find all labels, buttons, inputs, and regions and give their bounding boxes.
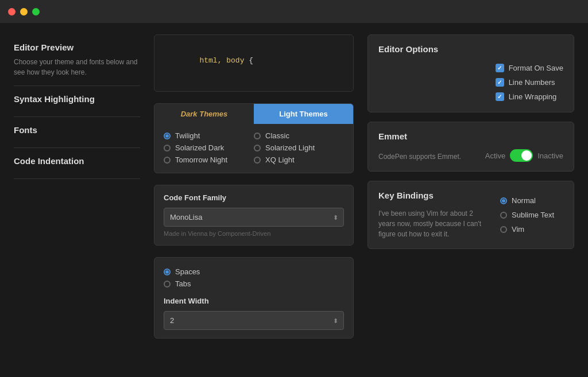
theme-item-twilight[interactable]: Twilight <box>164 130 254 142</box>
keybind-vim-label: Vim <box>512 225 524 234</box>
theme-label-xq-light: XQ Light <box>265 156 295 164</box>
code-selector: html, body <box>199 56 249 65</box>
theme-label-twilight: Twilight <box>175 131 200 140</box>
syntax-highlighting-title: Syntax Highlighting <box>14 94 140 104</box>
emmet-description: CodePen supports Emmet. <box>378 153 461 161</box>
theme-columns: Twilight Solarized Dark Tomorrow Night <box>164 130 344 166</box>
font-family-select[interactable]: MonoLisa Fira Code JetBrains Mono Source… <box>164 208 344 227</box>
active-label: Active <box>485 151 505 160</box>
format-on-save-label: Format On Save <box>509 64 563 72</box>
theme-label-solarized-dark: Solarized Dark <box>175 143 224 152</box>
radio-sublime[interactable] <box>500 212 507 219</box>
theme-item-classic[interactable]: Classic <box>254 130 344 142</box>
code-line-1: html, body { <box>164 43 344 79</box>
keybind-normal-label: Normal <box>512 196 536 205</box>
radio-normal[interactable] <box>500 197 507 204</box>
keybind-left: Key Bindings I've been using Vim for abo… <box>378 191 491 239</box>
main-content: Editor Preview Choose your theme and fon… <box>0 23 588 350</box>
font-hint: Made in Vienna by Component-Driven <box>164 230 344 237</box>
key-bindings-title: Key Bindings <box>378 191 491 200</box>
code-line-2: height: 100%; /* Full Screen */ <box>164 79 344 92</box>
line-numbers-label: Line Numbers <box>509 78 555 87</box>
indent-tabs-label: Tabs <box>175 279 191 288</box>
dark-themes-tab[interactable]: Dark Themes <box>154 104 254 124</box>
minimize-button[interactable] <box>20 8 28 15</box>
radio-tabs[interactable] <box>164 281 171 287</box>
checkbox-line-wrapping-icon <box>496 92 504 101</box>
radio-spaces[interactable] <box>164 269 171 275</box>
font-family-select-wrapper: MonoLisa Fira Code JetBrains Mono Source… <box>164 208 344 227</box>
radio-vim[interactable] <box>500 226 507 233</box>
emmet-title: Emmet <box>378 131 563 141</box>
editor-preview-section: Editor Preview Choose your theme and fon… <box>14 34 140 86</box>
indent-spaces-label: Spaces <box>175 267 200 276</box>
middle-panel: html, body { height: 100%; /* Full Scree… <box>154 34 354 339</box>
editor-preview-box: html, body { height: 100%; /* Full Scree… <box>154 34 354 92</box>
editor-preview-desc: Choose your theme and fonts below and se… <box>14 57 140 77</box>
checkbox-line-numbers-icon <box>496 78 504 87</box>
emmet-left: CodePen supports Emmet. <box>378 150 461 161</box>
theme-box: Dark Themes Light Themes Twilight Solari… <box>154 103 354 173</box>
key-bindings-section: Key Bindings I've been using Vim for abo… <box>368 181 574 249</box>
checkbox-format-icon <box>496 64 504 72</box>
theme-item-xq-light[interactable]: XQ Light <box>254 154 344 166</box>
inactive-label: Inactive <box>537 151 563 160</box>
indent-width-label: Indent Width <box>164 297 344 305</box>
editor-preview-title: Editor Preview <box>14 42 140 52</box>
editor-options-section: Editor Options Format On Save Line Numbe… <box>368 34 574 112</box>
code-indentation-title: Code Indentation <box>14 156 140 166</box>
toggle-group: Active Inactive <box>485 149 563 162</box>
checkbox-line-wrapping[interactable]: Line Wrapping <box>496 91 563 103</box>
radio-solarized-light[interactable] <box>254 145 261 151</box>
radio-twilight[interactable] <box>164 133 171 139</box>
keybind-sublime-label: Sublime Text <box>512 211 554 219</box>
right-panel: Editor Options Format On Save Line Numbe… <box>368 34 574 339</box>
radio-tomorrow-night[interactable] <box>164 157 171 164</box>
emmet-row: CodePen supports Emmet. Active Inactive <box>378 149 563 162</box>
maximize-button[interactable] <box>32 8 40 15</box>
theme-item-solarized-light[interactable]: Solarized Light <box>254 142 344 154</box>
keybind-sublime[interactable]: Sublime Text <box>500 209 563 221</box>
indent-box: Spaces Tabs Indent Width 2 4 8 ⬍ <box>154 257 354 339</box>
indent-width-select[interactable]: 2 4 8 <box>164 311 344 330</box>
theme-item-solarized-dark[interactable]: Solarized Dark <box>164 142 254 154</box>
theme-label-tomorrow-night: Tomorrow Night <box>175 156 227 164</box>
theme-tabs: Dark Themes Light Themes <box>154 104 353 124</box>
code-indentation-section: Code Indentation <box>14 148 140 179</box>
editor-options-checks: Format On Save Line Numbers Line Wrappin… <box>496 62 563 103</box>
indent-width-select-wrapper: 2 4 8 ⬍ <box>164 311 344 330</box>
titlebar <box>0 0 588 23</box>
keybind-normal[interactable]: Normal <box>500 195 563 207</box>
light-themes-col: Classic Solarized Light XQ Light <box>254 130 344 166</box>
radio-xq-light[interactable] <box>254 157 261 164</box>
font-family-label: Code Font Family <box>164 193 344 202</box>
fonts-section: Fonts <box>14 117 140 148</box>
key-bindings-desc: I've been using Vim for about 2 years no… <box>378 208 491 239</box>
theme-item-tomorrow-night[interactable]: Tomorrow Night <box>164 154 254 166</box>
editor-options-title: Editor Options <box>378 44 563 54</box>
syntax-highlighting-section: Syntax Highlighting <box>14 86 140 117</box>
editor-options-layout: Format On Save Line Numbers Line Wrappin… <box>378 62 563 103</box>
fonts-title: Fonts <box>14 125 140 135</box>
indent-spaces-row[interactable]: Spaces <box>164 266 344 278</box>
indent-tabs-row[interactable]: Tabs <box>164 278 344 290</box>
radio-solarized-dark[interactable] <box>164 145 171 151</box>
close-button[interactable] <box>8 8 16 15</box>
light-themes-tab[interactable]: Light Themes <box>254 104 353 124</box>
checkbox-line-numbers[interactable]: Line Numbers <box>496 76 563 88</box>
left-panel: Editor Preview Choose your theme and fon… <box>14 34 140 339</box>
dark-themes-col: Twilight Solarized Dark Tomorrow Night <box>164 130 254 166</box>
checkbox-format-on-save[interactable]: Format On Save <box>496 62 563 74</box>
theme-label-solarized-light: Solarized Light <box>265 143 315 152</box>
emmet-section: Emmet CodePen supports Emmet. Active Ina… <box>368 122 574 172</box>
theme-label-classic: Classic <box>265 131 289 140</box>
line-wrapping-label: Line Wrapping <box>509 92 557 101</box>
keybind-options: Normal Sublime Text Vim <box>500 191 563 239</box>
radio-classic[interactable] <box>254 133 261 139</box>
theme-list: Twilight Solarized Dark Tomorrow Night <box>154 124 353 173</box>
fonts-box: Code Font Family MonoLisa Fira Code JetB… <box>154 185 354 246</box>
emmet-toggle[interactable] <box>510 149 533 162</box>
keybind-vim[interactable]: Vim <box>500 223 563 235</box>
